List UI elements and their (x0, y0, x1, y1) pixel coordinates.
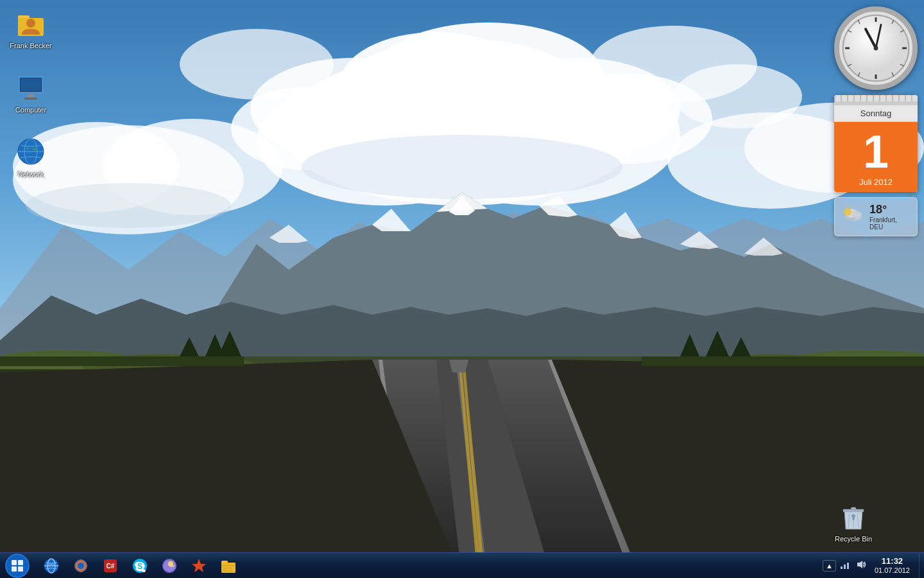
svg-point-20 (26, 183, 231, 228)
desktop-icon-computer[interactable]: Computer (5, 69, 56, 117)
svg-point-16 (180, 29, 334, 100)
network-icon (15, 136, 46, 167)
svg-marker-49 (449, 360, 468, 372)
svg-point-116 (171, 561, 173, 564)
svg-rect-124 (223, 570, 233, 572)
svg-rect-71 (851, 507, 856, 510)
svg-rect-125 (841, 566, 843, 569)
taskbar-cint[interactable]: C# (96, 554, 124, 577)
svg-rect-66 (24, 98, 37, 100)
tray-volume-icon[interactable] (854, 557, 868, 574)
svg-rect-50 (0, 356, 244, 366)
recycle-bin-icon (838, 501, 869, 532)
svg-rect-65 (28, 94, 33, 98)
taskbar-explorer[interactable] (214, 554, 243, 577)
svg-rect-123 (223, 568, 232, 569)
taskbar-apps: C# S (35, 553, 817, 578)
svg-text:S: S (137, 562, 142, 571)
desktop-icon-network[interactable]: Network (5, 134, 56, 181)
calendar-widget[interactable]: Sonntag 1 Juli 2012 (834, 95, 918, 192)
desktop-icon-recycle-bin[interactable]: Recycle Bin (828, 498, 879, 546)
svg-marker-118 (193, 560, 205, 572)
svg-marker-128 (857, 561, 862, 568)
svg-point-99 (6, 554, 29, 577)
weather-location: Frankfurt, DEU (869, 216, 911, 231)
svg-point-90 (874, 46, 878, 51)
svg-rect-51 (642, 356, 924, 366)
computer-label: Computer (15, 105, 46, 114)
calendar-body: 1 Juli 2012 (834, 122, 918, 192)
tray-clock[interactable]: 11:32 01.07.2012 (871, 553, 914, 578)
taskbar-3d[interactable] (185, 554, 213, 577)
svg-rect-126 (844, 565, 846, 569)
svg-point-18 (674, 64, 802, 128)
computer-icon (15, 72, 46, 103)
weather-widget[interactable]: 18° Frankfurt, DEU (834, 197, 918, 236)
recycle-bin-label: Recycle Bin (835, 534, 872, 543)
taskbar-pidgin[interactable] (155, 554, 184, 577)
taskbar-skype[interactable]: S (126, 554, 154, 577)
svg-rect-100 (12, 560, 17, 565)
system-tray: ▲ (817, 553, 919, 578)
calendar-decoration (834, 95, 918, 101)
svg-point-19 (302, 135, 622, 199)
svg-point-95 (844, 208, 851, 216)
calendar-day-number: 1 (834, 128, 918, 175)
network-label: Network (18, 170, 44, 179)
svg-rect-64 (21, 78, 41, 91)
calendar-month-year: Juli 2012 (834, 177, 918, 187)
tray-icons: ▲ (823, 557, 868, 574)
clock-widget[interactable] (834, 6, 918, 90)
tray-network-icon[interactable] (838, 557, 852, 574)
calendar-day-name: Sonntag (834, 107, 918, 120)
tray-time: 11:32 (882, 556, 903, 566)
tray-expand-button[interactable]: ▲ (823, 560, 836, 572)
svg-rect-127 (847, 563, 849, 569)
svg-text:C#: C# (107, 563, 115, 570)
svg-rect-122 (223, 565, 234, 566)
svg-rect-103 (18, 566, 23, 572)
taskbar-firefox[interactable] (67, 554, 95, 577)
start-button[interactable] (0, 553, 35, 579)
desktop-icon-frank-becker[interactable]: Frank Becker (5, 5, 56, 53)
svg-rect-102 (12, 566, 17, 572)
background-scene (0, 0, 924, 578)
weather-temperature: 18° (869, 203, 911, 216)
widgets-panel: Sonntag 1 Juli 2012 (828, 0, 924, 243)
svg-line-97 (851, 207, 853, 209)
tray-date: 01.07.2012 (875, 566, 910, 575)
weather-info: 18° Frankfurt, DEU (869, 203, 911, 231)
desktop: Frank Becker Computer (0, 0, 924, 578)
svg-point-109 (78, 563, 84, 569)
calendar-header: Sonntag (834, 101, 918, 122)
taskbar: C# S (0, 552, 924, 578)
taskbar-ie[interactable] (37, 554, 65, 577)
frank-becker-label: Frank Becker (10, 41, 51, 50)
weather-icon (841, 203, 864, 231)
show-desktop-button[interactable] (919, 554, 924, 578)
svg-rect-101 (18, 560, 23, 565)
svg-point-61 (26, 19, 35, 28)
frank-becker-icon (15, 8, 46, 39)
